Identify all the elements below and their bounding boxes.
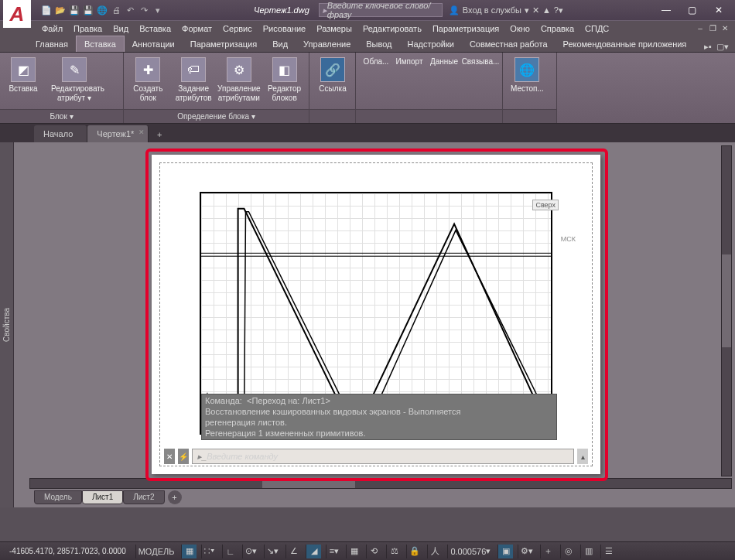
close-tab-icon[interactable]: ✕ [138,128,145,136]
grid-toggle-icon[interactable]: ▦ [181,545,197,558]
scroll-thumb[interactable] [262,479,355,488]
snap-toggle-icon[interactable]: ⸬▾ [201,545,217,558]
data-button[interactable]: Данные [427,56,461,68]
isolate-icon[interactable]: ◎ [560,545,576,558]
layout-tab-sheet2[interactable]: Лист2 [123,490,164,504]
ribbon-tab-parametric[interactable]: Параметризация [183,36,265,52]
undo-icon[interactable]: ↶ [124,4,136,16]
login-link[interactable]: Вход в службы [463,5,521,15]
ribbon-tab-output[interactable]: Вывод [358,36,399,52]
menu-insert[interactable]: Вставка [135,22,176,35]
annomonitor-icon[interactable]: ＋ [540,545,556,558]
otrack-icon[interactable]: ◢ [306,545,321,558]
clean-icon[interactable]: ▥ [580,545,596,558]
ribbon-tab-view[interactable]: Вид [265,36,296,52]
menu-modify[interactable]: Редактировать [358,22,426,35]
menu-draw[interactable]: Рисование [258,22,310,35]
ribbon-tab-manage[interactable]: Управление [296,36,358,52]
close-button[interactable]: ✕ [706,1,732,19]
menu-format[interactable]: Формат [177,22,217,35]
location-button[interactable]: 🌐Местоп... [508,56,547,95]
qat-more-icon[interactable]: ▾ [152,4,164,16]
annotation-icon[interactable]: 人 [427,545,443,558]
viewcube-face[interactable]: Сверх [532,200,559,210]
scroll-thumb[interactable] [722,254,731,347]
osnap-icon[interactable]: ∠ [285,545,301,558]
scale-lock-icon[interactable]: 🔒 [406,545,422,558]
cycling-icon[interactable]: ⟲ [366,545,381,558]
polar-icon[interactable]: ⊙▾ [242,545,259,558]
ribbon-tab-insert[interactable]: Вставка [76,36,125,52]
saveas-icon[interactable]: 💾 [82,4,94,16]
insert-block-button[interactable]: ◩Вставка [5,56,42,95]
transparency-icon[interactable]: ▦ [346,545,361,558]
define-attributes-button[interactable]: 🏷Задание атрибутов [174,56,214,104]
menu-edit[interactable]: Правка [69,22,107,35]
mdi-close-button[interactable]: ✕ [720,23,730,34]
menu-spds[interactable]: СПДС [580,22,614,35]
ortho-icon[interactable]: ∟ [222,545,238,558]
redo-icon[interactable]: ↷ [138,4,150,16]
mdi-minimize-button[interactable]: – [695,23,706,34]
open-icon[interactable]: 📂 [54,4,67,16]
ribbon-play-icon[interactable]: ▸▪ [704,42,712,52]
ribbon-collapse-icon[interactable]: ▢▾ [716,42,729,52]
cmd-history-icon[interactable]: ▴ [577,449,588,464]
menu-window[interactable]: Окно [505,22,535,35]
doc-tab-drawing1[interactable]: Чертеж1*✕ [87,125,149,142]
command-input[interactable]: ▸_ Введите команду [192,449,574,464]
menu-dimension[interactable]: Размеры [312,22,357,35]
vp-scale[interactable]: 0.000576 ▾ [447,545,493,558]
doc-tab-start[interactable]: Начало [34,125,87,142]
link-data-button[interactable]: Связыва... [461,56,500,68]
ribbon-tab-featured[interactable]: Рекомендованные приложения [556,36,695,52]
isodraft-icon[interactable]: ↘▾ [264,545,281,558]
import-button[interactable]: Импорт [391,56,427,68]
block-editor-button[interactable]: ◧Редактор блоков [265,56,304,104]
menu-tools[interactable]: Сервис [218,22,257,35]
vp-max-icon[interactable]: ▣ [497,545,513,558]
annoscale-icon[interactable]: ⚖ [386,545,402,558]
layout-tab-model[interactable]: Модель [34,490,82,504]
new-icon[interactable]: 📄 [40,4,53,16]
mdi-restore-button[interactable]: ❐ [707,23,718,34]
menu-view[interactable]: Вид [108,22,133,35]
panel-block-def-label[interactable]: Определение блока ▾ [124,109,309,123]
customize-icon[interactable]: ☰ [600,545,616,558]
attach-ref-button[interactable]: 🔗Ссылка [314,56,351,95]
help-search-input[interactable]: ▸ Введите ключевое слово/фразу [319,3,443,17]
scrollbar-horizontal[interactable] [29,478,732,489]
menu-help[interactable]: Справка [536,22,579,35]
plot-icon[interactable]: 🖨 [110,4,122,16]
create-block-button[interactable]: ✚Создать блок [128,56,168,104]
panel-block-label[interactable]: Блок ▾ [0,109,123,123]
manage-attributes-button[interactable]: ⚙Управление атрибутами [220,56,259,104]
cmd-close-icon[interactable]: ✕ [164,449,175,464]
edit-attribute-button[interactable]: ✎Редактировать атрибут ▾ [48,56,101,104]
maximize-button[interactable]: ▢ [679,1,706,19]
help-icon[interactable]: ?▾ [554,5,563,15]
app-logo[interactable]: A [3,0,31,28]
ribbon-tab-home[interactable]: Главная [28,36,76,52]
exchange-icon[interactable]: ✕ [532,5,539,15]
menu-parametric[interactable]: Параметризация [428,22,504,35]
pointcloud-button[interactable]: Обла... [361,56,391,68]
layout-tab-sheet1[interactable]: Лист1 [82,490,123,504]
workspace-icon[interactable]: ⚙▾ [518,545,535,558]
cmd-config-icon[interactable]: ⚡ [178,449,189,464]
properties-palette-tab[interactable]: Свойства [0,142,14,507]
ribbon-tab-annotate[interactable]: Аннотации [125,36,183,52]
ribbon-tab-addins[interactable]: Надстройки [400,36,462,52]
scrollbar-vertical[interactable] [721,145,732,476]
web-icon[interactable]: 🌐 [96,4,108,16]
lineweight-icon[interactable]: ≡▾ [326,545,341,558]
new-doc-tab-button[interactable]: + [152,127,167,142]
menu-file[interactable]: Файл [37,22,67,35]
login-dropdown-icon[interactable]: ▾ [525,5,529,15]
ribbon-tab-collab[interactable]: Совместная работа [462,36,556,52]
drawing-area[interactable]: Сверх МСК Команда: <Переход на: Лист1> В… [14,142,735,507]
add-layout-button[interactable]: + [168,490,182,504]
space-toggle[interactable]: МОДЕЛЬ [135,545,177,558]
save-icon[interactable]: 💾 [68,4,80,16]
minimize-button[interactable]: — [653,1,679,19]
